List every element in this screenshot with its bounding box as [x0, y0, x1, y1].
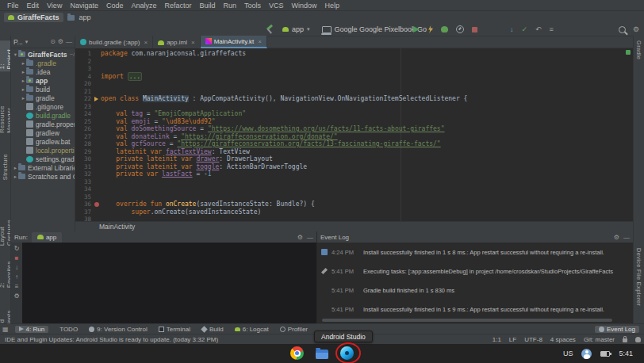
- hide-panel-icon[interactable]: —: [623, 234, 630, 241]
- menu-navigate[interactable]: Navigate: [66, 2, 102, 10]
- tree-item-idea[interactable]: ▸.idea: [11, 67, 75, 76]
- expand-arrow-icon[interactable]: ▸: [21, 86, 26, 93]
- status-1-1[interactable]: 1:1: [493, 336, 501, 343]
- status-lf[interactable]: LF: [509, 336, 516, 343]
- panel-settings-icon[interactable]: ⚙: [58, 38, 63, 45]
- close-tab-icon[interactable]: ×: [144, 39, 148, 46]
- tool-button-2-favorites[interactable]: 2: Favorites: [0, 255, 11, 288]
- scroll-up-icon[interactable]: ↑: [15, 273, 18, 281]
- hide-panel-icon[interactable]: —: [66, 38, 72, 45]
- settings-gear-icon[interactable]: ⚙: [633, 25, 639, 33]
- stop-app-icon[interactable]: [472, 27, 477, 32]
- locate-file-icon[interactable]: ⊙: [50, 38, 56, 45]
- status-utf-8[interactable]: UTF-8: [524, 336, 542, 343]
- tool-button-structure[interactable]: Structure: [2, 154, 9, 180]
- menu-vcs[interactable]: VCS: [265, 2, 288, 10]
- profile-app-icon[interactable]: [456, 25, 464, 33]
- tree-item-gradlew[interactable]: gradlew: [11, 128, 75, 137]
- toolwindow-button-4-run[interactable]: 4: Run: [15, 326, 49, 333]
- tree-item-app[interactable]: ▸app: [11, 76, 75, 85]
- android-studio-app-icon[interactable]: [340, 346, 354, 360]
- run-console[interactable]: [22, 243, 316, 323]
- readonly-lock-icon[interactable]: [623, 338, 627, 342]
- panel-settings-icon[interactable]: ⚙: [297, 234, 303, 241]
- notifications-bell-icon[interactable]: [635, 337, 641, 342]
- tree-item-settings-gradle[interactable]: settings.gradle: [11, 155, 75, 163]
- tool-button-gradle[interactable]: Gradle: [635, 40, 642, 59]
- menu-window[interactable]: Window: [288, 2, 321, 10]
- toolwindow-button-build[interactable]: Build: [201, 326, 224, 333]
- tool-button-resource-manager[interactable]: Resource Manager: [0, 81, 11, 133]
- editor-tab-build-gradle-app[interactable]: build.gradle (:app)×: [75, 36, 153, 48]
- menu-help[interactable]: Help: [321, 2, 344, 10]
- menu-analyze[interactable]: Analyze: [127, 2, 160, 10]
- tool-button-device-file-explorer[interactable]: Device File Explorer: [635, 248, 642, 306]
- settings-icon[interactable]: ⚙: [13, 292, 19, 300]
- expand-arrow-icon[interactable]: ▾: [13, 52, 18, 58]
- tree-item-external-libraries[interactable]: ▸External Libraries: [11, 163, 75, 172]
- user-account-icon[interactable]: [581, 349, 592, 359]
- git-rollback-icon[interactable]: ↶: [535, 25, 542, 33]
- editor-tab-app-iml[interactable]: app.iml×: [153, 36, 200, 48]
- tool-button-1-project[interactable]: 1: Project: [0, 40, 11, 71]
- restore-layout-icon[interactable]: ≡: [15, 283, 19, 290]
- rerun-icon[interactable]: ↻: [14, 245, 20, 252]
- tree-row-root[interactable]: ▾GiraffeFacts~/Stu: [11, 50, 75, 59]
- menu-view[interactable]: View: [43, 2, 66, 10]
- toolwindow-button-todo[interactable]: TODO: [59, 326, 78, 333]
- run-configuration-select[interactable]: app ▾: [279, 24, 313, 35]
- project-name-chip[interactable]: GiraffeFacts: [4, 13, 63, 22]
- scroll-down-icon[interactable]: ↓: [15, 264, 18, 271]
- override-gutter-icon[interactable]: [94, 201, 101, 208]
- battery-icon[interactable]: [600, 351, 610, 357]
- expand-arrow-icon[interactable]: ▸: [21, 69, 26, 75]
- toolwindow-button-terminal[interactable]: Terminal: [159, 326, 190, 333]
- apply-changes-icon[interactable]: [427, 25, 433, 33]
- toolwindow-button-9-version-control[interactable]: 9: Version Control: [89, 326, 148, 333]
- arrow-gutter-icon[interactable]: [94, 95, 101, 103]
- toolwindow-button-profiler[interactable]: Profiler: [280, 326, 308, 333]
- menu-build[interactable]: Build: [195, 2, 219, 10]
- tree-item-gradle-properties[interactable]: gradle.properties: [11, 120, 75, 128]
- tree-item-gradle[interactable]: ▸gradle: [11, 94, 75, 102]
- debug-app-icon[interactable]: [441, 26, 448, 32]
- tree-item-build-gradle[interactable]: build.gradle: [11, 111, 75, 120]
- expand-arrow-icon[interactable]: ▸: [21, 60, 26, 67]
- expand-arrow-icon[interactable]: ▸: [21, 78, 26, 84]
- tree-item-gitignore[interactable]: .gitignore: [11, 102, 75, 111]
- status-message[interactable]: IDE and Plugin Updates: Android Studio i…: [5, 336, 218, 343]
- chrome-browser-icon[interactable]: [290, 346, 304, 360]
- run-tab-app[interactable]: app: [32, 232, 62, 243]
- toolwindow-button-6-logcat[interactable]: 6: Logcat: [235, 326, 269, 333]
- menu-tools[interactable]: Tools: [240, 2, 265, 10]
- menu-refactor[interactable]: Refactor: [160, 2, 195, 10]
- build-project-icon[interactable]: [265, 25, 274, 34]
- tree-item-local-properties[interactable]: local.properties: [11, 146, 75, 155]
- panel-settings-icon[interactable]: ⚙: [614, 234, 619, 241]
- inspections-status-icon[interactable]: [626, 50, 631, 55]
- status-git-master[interactable]: Git: master: [584, 336, 615, 343]
- tree-item-gradle[interactable]: ▸.gradle: [11, 59, 75, 67]
- expand-arrow-icon[interactable]: ▸: [21, 95, 26, 101]
- files-app-icon[interactable]: [316, 350, 328, 359]
- toolwindow-switcher-icon[interactable]: ▦: [2, 326, 9, 333]
- keyboard-layout-indicator[interactable]: US: [563, 350, 573, 357]
- search-everywhere-icon[interactable]: [619, 26, 626, 33]
- stop-icon[interactable]: ■: [15, 254, 19, 262]
- editor-tab-mainactivity-kt[interactable]: MainActivity.kt×: [201, 36, 267, 48]
- expand-arrow-icon[interactable]: ▸: [13, 165, 18, 171]
- project-panel-title[interactable]: P...: [13, 38, 23, 46]
- status-4-spaces[interactable]: 4 spaces: [550, 336, 576, 343]
- close-tab-icon[interactable]: ×: [258, 38, 262, 45]
- hide-panel-icon[interactable]: —: [307, 234, 313, 241]
- toolwindow-button-event-log[interactable]: Event Log: [595, 326, 639, 333]
- menu-run[interactable]: Run: [220, 2, 241, 10]
- git-commit-icon[interactable]: ✓: [522, 25, 528, 33]
- close-tab-icon[interactable]: ×: [191, 39, 195, 46]
- run-app-icon[interactable]: [413, 26, 420, 32]
- tree-item-gradlew-bat[interactable]: gradlew.bat: [11, 137, 75, 146]
- git-update-project-icon[interactable]: ↓: [510, 25, 514, 33]
- tree-item-scratches-and-consoles[interactable]: ▸Scratches and Consoles: [11, 172, 75, 181]
- code-editor[interactable]: 1package com.naranjaconsal.giraffefacts2…: [75, 48, 633, 221]
- breadcrumb-item[interactable]: MainActivity: [99, 223, 135, 231]
